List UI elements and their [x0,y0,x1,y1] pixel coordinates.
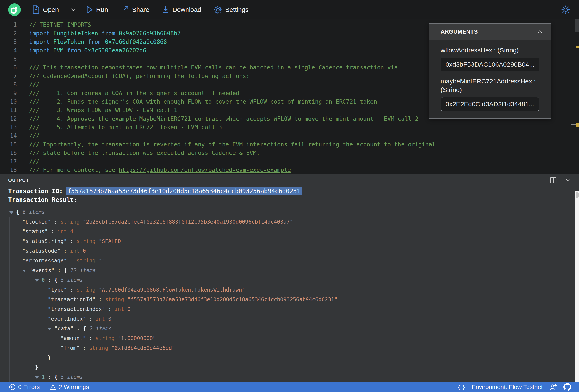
line-number: 1 [0,21,17,28]
collapse-triangle-icon[interactable] [22,270,26,272]
code-line[interactable]: 14/// [0,131,579,140]
token: : [86,335,95,341]
token: /// CadenceOwnedAccount (COA), performin… [29,73,250,79]
collapse-triangle-icon[interactable] [48,328,52,330]
token [50,30,53,37]
warnings-status[interactable]: 2 Warnings [50,384,89,391]
share-button[interactable]: Share [121,6,149,14]
code-line[interactable]: 15/// Importantly, the transaction is re… [0,140,579,149]
open-dropdown-button[interactable] [70,7,76,12]
environment-label[interactable]: Environment: Flow Testnet [472,384,543,391]
token: : [86,316,95,322]
indent-guide [35,353,48,362]
indent-guide [9,285,22,294]
token: /// 3. Wraps FLOW as WFLOW - EVM call 1 [29,107,177,113]
token: : [48,228,57,235]
token: string [76,286,99,293]
share-icon [121,6,129,14]
feedback-person-icon[interactable] [549,384,557,391]
chevron-down-icon [70,7,76,12]
split-panel-icon[interactable] [550,177,557,184]
github-icon[interactable] [564,383,571,391]
line-number: 4 [0,47,17,54]
chevron-up-icon[interactable] [537,30,543,34]
token: /// Importantly, the transaction is reve… [29,141,436,148]
indent-guide [35,343,48,353]
token: : [73,325,83,332]
line-number: 12 [0,115,17,122]
argument-input-wflow[interactable] [441,57,539,71]
json-row: "statusCode" : int 0 [0,246,579,256]
argument-input-maybemint[interactable] [441,97,539,111]
json-row: "statusString" : string "SEALED" [0,236,579,246]
token: "errorMessage" [22,257,67,264]
settings-gear-icon [214,6,222,14]
token [50,47,53,54]
share-label: Share [132,6,149,13]
json-row: "transactionIndex" : int 0 [0,304,579,314]
token [64,47,67,54]
indent-guide [9,294,22,304]
indent-guide [22,294,35,304]
token: from [88,38,101,45]
token: "transactionIndex" [48,306,105,312]
token: 2 items [89,325,112,332]
line-number: 15 [0,141,17,148]
token: FungibleToken [53,30,98,37]
token: : [105,306,115,312]
indent-guide [22,343,35,353]
editor-scrollbar-thumb[interactable] [575,19,579,32]
code-line[interactable]: 16/// state before the transaction was e… [0,149,579,157]
arguments-panel-header[interactable]: ARGUMENTS [429,23,551,40]
indent-guide [9,236,22,246]
token: import [29,47,50,54]
settings-button[interactable]: Settings [214,6,248,14]
open-file-icon [32,5,40,14]
token: : [61,248,70,254]
collapse-triangle-icon[interactable] [35,279,39,282]
token: "A.7e60df042a9c0868.FlowToken.TokensWith… [99,286,245,293]
arguments-title: ARGUMENTS [441,28,478,35]
code-line[interactable]: 17/// [0,157,579,166]
token: : [95,296,105,302]
token: "status" [22,228,48,235]
token: 4 [70,228,73,235]
json-row: "errorMessage" : string "" [0,256,579,265]
braces-icon: { } [458,384,465,391]
token: } [48,354,51,361]
output-scrollbar-thumb[interactable] [576,192,579,198]
token: string [105,296,127,302]
token: /// [29,81,40,88]
token: 0 [127,306,131,312]
token: : [51,219,61,225]
collapse-triangle-icon[interactable] [9,211,13,214]
collapse-output-chevron-icon[interactable] [565,178,571,182]
code-line[interactable]: 13/// 5. Attempts to mint an ERC721 toke… [0,123,579,131]
collapse-triangle-icon[interactable] [35,376,39,379]
json-row: "eventIndex" : int 0 [0,314,579,324]
code-line[interactable]: 18/// For more context, see https://gith… [0,166,579,173]
token: "" [99,257,105,264]
run-label: Run [96,6,108,13]
output-scrollbar-track[interactable] [575,191,579,382]
indent-guide [9,372,22,382]
token: "eventIndex" [48,316,86,322]
flow-playground-logo[interactable] [8,3,21,16]
run-button[interactable]: Run [86,6,108,14]
arguments-panel: ARGUMENTS wflowAddressHex : (String) may… [429,23,551,118]
token: /// 4. Approves the example MaybeMintERC… [29,115,418,122]
theme-toggle-button[interactable] [561,5,570,14]
token: from [67,47,81,54]
open-button[interactable]: Open [32,5,59,14]
token: 0x9a0766d93b6608b7 [119,30,181,37]
token: : [54,267,64,274]
indent-guide [9,227,22,236]
errors-status[interactable]: 0 Errors [9,384,40,391]
indent-guide [35,304,48,314]
output-panel: OUTPUT Transaction ID: f557a1573b76aa53e… [0,173,579,382]
token: /// state before the transaction was exe… [29,149,260,156]
download-button[interactable]: Download [162,6,201,14]
json-result-tree: { 6 items"blockId" : string "2b28cbfb87d… [0,207,579,382]
token: import [29,30,50,37]
indent-guide [22,372,35,382]
